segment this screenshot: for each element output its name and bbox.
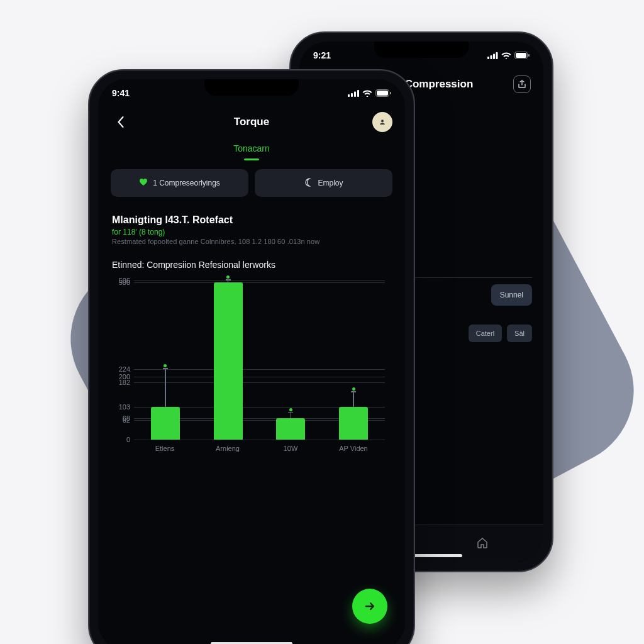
bar [276, 418, 305, 440]
pill-right-label: Employ [318, 179, 343, 187]
bars-container [134, 276, 385, 440]
y-tick-label: 103 [111, 403, 130, 411]
status-time: 9:21 [313, 50, 331, 60]
x-tick-label: Arnieng [200, 445, 255, 452]
svg-rect-10 [357, 90, 359, 97]
y-tick-label: 62 [111, 416, 130, 424]
x-tick-label: 10W [263, 445, 318, 452]
svg-rect-13 [390, 92, 391, 94]
whisker-dot [289, 408, 292, 411]
whisker [165, 369, 166, 408]
svg-rect-8 [351, 93, 353, 97]
export-button[interactable] [513, 75, 531, 93]
bar-column [138, 364, 193, 440]
segment-row: 1 Compreseorlyings Employ [98, 169, 405, 208]
chart-title: Etinned: Compresiion Refesional lerworks [98, 248, 405, 272]
bar-column [263, 408, 318, 440]
back-button[interactable] [111, 112, 131, 132]
battery-icon [375, 89, 391, 97]
subtab-indicator [244, 158, 259, 160]
svg-rect-2 [493, 53, 495, 59]
svg-rect-3 [496, 52, 498, 59]
svg-rect-6 [528, 54, 530, 57]
chart: 20050618250022410368620 EtlensArnieng10W… [98, 272, 405, 452]
phone-front: 9:41 Torque Tonacarn [88, 69, 415, 644]
status-icons [487, 52, 530, 59]
svg-rect-1 [491, 55, 492, 59]
y-tick-label: 0 [111, 436, 130, 443]
grid-line [134, 440, 385, 440]
moon-icon [304, 178, 313, 189]
bar-column [326, 387, 381, 440]
caterl-button[interactable]: Caterl [469, 325, 502, 342]
status-time: 9:41 [112, 88, 130, 98]
subtab-label[interactable]: Tonacarn [98, 137, 405, 156]
sal-button[interactable]: Sàl [507, 325, 532, 342]
whisker-dot [352, 387, 355, 391]
bar-column [201, 275, 256, 440]
whisker [291, 413, 292, 418]
svg-rect-7 [348, 94, 350, 97]
bar [339, 407, 368, 440]
x-tick-label: AP Viden [326, 445, 381, 452]
pill-employ[interactable]: Employ [255, 169, 392, 197]
nav-bar-front: Torque [98, 102, 405, 137]
heading-title: Mlanigting I43.T. Rotefact [112, 214, 391, 226]
svg-point-14 [381, 119, 384, 122]
tab-home-icon[interactable] [476, 536, 489, 552]
battery-icon [514, 52, 530, 59]
svg-rect-5 [516, 53, 526, 58]
svg-rect-12 [377, 91, 388, 96]
screen-front: 9:41 Torque Tonacarn [98, 79, 405, 644]
svg-rect-9 [354, 91, 356, 97]
heart-icon [139, 178, 148, 188]
heading-desc: Restmated fopoolted ganne Colnnibres, 10… [112, 238, 391, 245]
notch [204, 79, 299, 96]
x-tick-label: Etlens [137, 445, 192, 452]
y-tick-label: 500 [111, 279, 130, 286]
page-title: Torque [234, 116, 269, 128]
wifi-icon [362, 90, 372, 97]
y-tick-label: 224 [111, 365, 130, 373]
y-tick-label: 182 [111, 379, 130, 386]
status-icons [348, 89, 391, 97]
signal-icon [348, 90, 359, 97]
whisker-dot [164, 364, 167, 367]
sunnel-button[interactable]: Sunnel [491, 284, 532, 306]
profile-button[interactable] [372, 112, 392, 132]
whisker-dot [226, 275, 230, 279]
whisker [353, 392, 354, 408]
notch [374, 42, 469, 58]
pill-left-label: 1 Compreseorlyings [153, 179, 220, 187]
signal-icon [487, 52, 498, 59]
pill-compressor[interactable]: 1 Compreseorlyings [111, 169, 248, 197]
arrow-right-icon [363, 599, 377, 613]
wifi-icon [501, 52, 511, 59]
svg-rect-0 [487, 57, 489, 59]
section-heading: Mlanigting I43.T. Rotefact for 118' (8 t… [98, 208, 405, 248]
fab-next-button[interactable] [352, 589, 387, 624]
heading-sub: for 118' (8 tong) [112, 226, 391, 238]
bar [214, 282, 243, 440]
bar [151, 407, 180, 440]
